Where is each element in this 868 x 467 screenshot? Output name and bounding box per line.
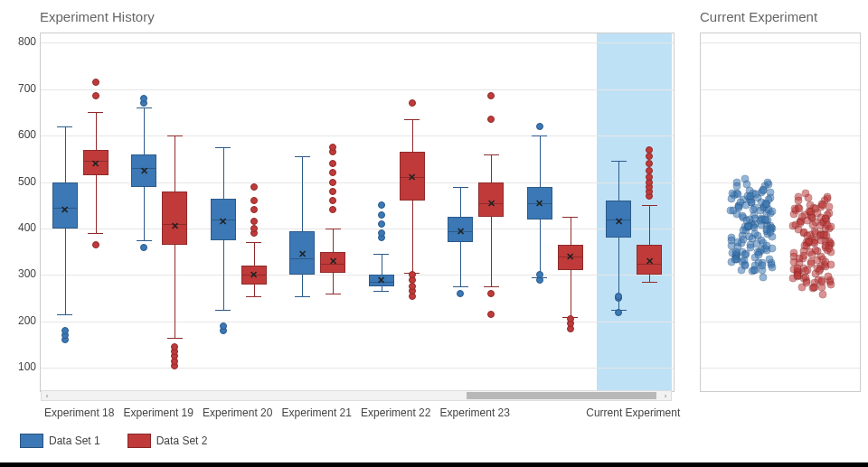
outlier-point[interactable] <box>329 160 336 167</box>
outlier-point[interactable] <box>487 290 495 297</box>
scatter-point[interactable] <box>827 223 835 231</box>
scroll-thumb[interactable] <box>467 392 656 399</box>
scroll-left-button[interactable]: ‹ <box>42 391 52 400</box>
outlier-point[interactable] <box>140 95 147 102</box>
scatter-point[interactable] <box>818 291 826 299</box>
outlier-point[interactable] <box>646 153 653 160</box>
outlier-point[interactable] <box>457 290 464 297</box>
scatter-point[interactable] <box>769 208 777 216</box>
scatter-point[interactable] <box>751 190 760 198</box>
scatter-point[interactable] <box>820 230 828 238</box>
outlier-point[interactable] <box>250 225 258 232</box>
boxplot-box[interactable] <box>131 154 156 187</box>
scatter-point[interactable] <box>819 201 827 210</box>
outlier-point[interactable] <box>329 179 336 186</box>
scatter-point[interactable] <box>821 215 829 223</box>
outlier-point[interactable] <box>329 144 336 151</box>
scatter-point[interactable] <box>732 182 741 191</box>
outlier-point[interactable] <box>536 271 543 278</box>
scatter-point[interactable] <box>760 215 769 223</box>
boxplot-box[interactable] <box>369 275 394 286</box>
outlier-point[interactable] <box>250 218 258 225</box>
scatter-point[interactable] <box>793 271 801 279</box>
outlier-point[interactable] <box>378 220 385 228</box>
outlier-point[interactable] <box>92 79 99 86</box>
outlier-point[interactable] <box>140 244 147 251</box>
scatter-point[interactable] <box>768 245 776 253</box>
outlier-point[interactable] <box>250 197 258 204</box>
outlier-point[interactable] <box>378 211 385 219</box>
boxplot-box[interactable] <box>52 182 78 229</box>
outlier-point[interactable] <box>646 167 653 174</box>
outlier-point[interactable] <box>567 315 574 322</box>
scatter-point[interactable] <box>743 216 751 224</box>
outlier-point[interactable] <box>250 183 258 191</box>
scatter-point[interactable] <box>733 238 741 247</box>
scatter-point[interactable] <box>826 280 835 288</box>
outlier-point[interactable] <box>92 241 99 248</box>
scatter-point[interactable] <box>750 266 758 274</box>
scatter-point[interactable] <box>741 251 749 259</box>
outlier-point[interactable] <box>646 146 653 154</box>
scatter-point[interactable] <box>734 204 742 212</box>
outlier-point[interactable] <box>536 123 543 130</box>
outlier-point[interactable] <box>61 327 69 334</box>
outlier-point[interactable] <box>409 283 416 290</box>
scatter-point[interactable] <box>765 256 773 264</box>
outlier-point[interactable] <box>409 99 416 107</box>
outlier-point[interactable] <box>615 309 622 316</box>
scatter-point[interactable] <box>804 231 812 239</box>
outlier-point[interactable] <box>487 116 495 123</box>
scatter-point[interactable] <box>731 248 740 257</box>
scatter-point[interactable] <box>826 261 835 269</box>
legend-item-set2[interactable]: Data Set 2 <box>127 434 208 448</box>
outlier-point[interactable] <box>250 206 258 213</box>
boxplot-box[interactable] <box>289 231 315 276</box>
scatter-point[interactable] <box>795 197 803 205</box>
scatter-point[interactable] <box>760 187 768 195</box>
scatter-point[interactable] <box>826 244 834 252</box>
outlier-point[interactable] <box>220 322 227 330</box>
scatter-point[interactable] <box>812 204 820 212</box>
boxplot-box[interactable] <box>448 217 473 242</box>
boxplot-box[interactable] <box>400 152 425 201</box>
scroll-right-button[interactable]: › <box>660 391 671 400</box>
scatter-point[interactable] <box>759 274 767 282</box>
outlier-point[interactable] <box>92 92 99 99</box>
outlier-point[interactable] <box>615 293 622 300</box>
outlier-point[interactable] <box>487 311 495 318</box>
scatter-point[interactable] <box>755 250 763 258</box>
outlier-point[interactable] <box>329 206 336 213</box>
boxplot-box[interactable] <box>83 150 108 175</box>
outlier-point[interactable] <box>329 197 336 204</box>
boxplot-box[interactable] <box>162 191 187 245</box>
scatter-point[interactable] <box>796 219 804 227</box>
boxplot-box[interactable] <box>478 182 504 218</box>
scatter-point[interactable] <box>817 278 826 286</box>
outlier-point[interactable] <box>378 229 385 237</box>
outlier-point[interactable] <box>646 160 653 167</box>
boxplot-box[interactable] <box>320 252 345 273</box>
scatter-point[interactable] <box>749 205 757 213</box>
scatter-point[interactable] <box>802 278 810 286</box>
boxplot-box[interactable] <box>637 245 662 275</box>
outlier-point[interactable] <box>409 271 416 278</box>
scatter-point[interactable] <box>794 265 802 273</box>
boxplot-box[interactable] <box>558 245 583 270</box>
scatter-point[interactable] <box>815 266 823 275</box>
scatter-point[interactable] <box>748 234 756 242</box>
scatter-point[interactable] <box>796 254 804 262</box>
scatter-point[interactable] <box>768 263 776 271</box>
legend-item-set1[interactable]: Data Set 1 <box>20 434 100 448</box>
outlier-point[interactable] <box>329 188 336 195</box>
scatter-point[interactable] <box>767 229 775 237</box>
scatter-point[interactable] <box>809 220 817 229</box>
scatter-point[interactable] <box>759 261 767 269</box>
outlier-point[interactable] <box>378 201 385 209</box>
scatter-point[interactable] <box>741 262 750 270</box>
history-scrollbar[interactable]: ‹ › <box>41 390 672 401</box>
outlier-point[interactable] <box>171 343 178 350</box>
outlier-point[interactable] <box>329 169 336 176</box>
scatter-point[interactable] <box>824 272 832 280</box>
scatter-point[interactable] <box>802 267 810 276</box>
